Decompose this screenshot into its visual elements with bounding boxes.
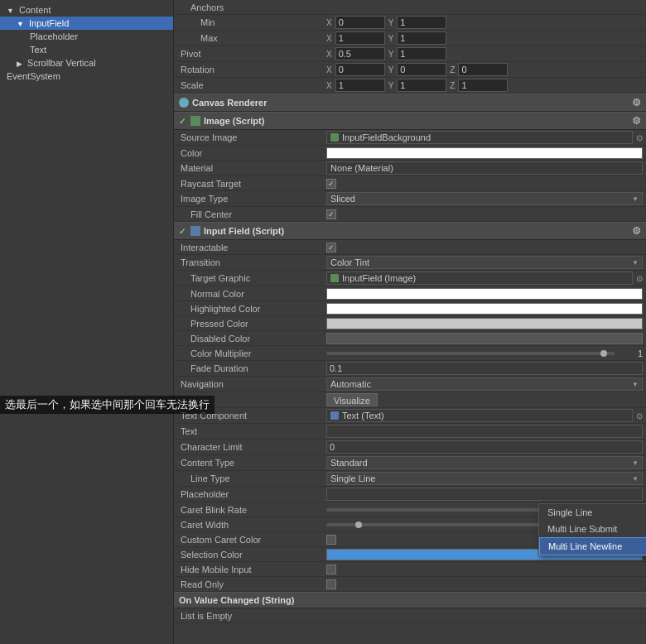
image-script-icon bbox=[190, 116, 200, 126]
text-label: Text bbox=[177, 426, 326, 436]
option-multi-line-newline[interactable]: Multi Line Newline bbox=[539, 537, 646, 555]
custom-caret-checkbox[interactable] bbox=[326, 535, 336, 545]
max-y-input[interactable] bbox=[397, 31, 446, 45]
scale-z-input[interactable] bbox=[458, 79, 508, 92]
hide-mobile-row: Hide Mobile Input bbox=[174, 562, 646, 577]
interactable-checkbox[interactable] bbox=[326, 243, 336, 252]
pivot-x-input[interactable] bbox=[335, 47, 385, 60]
target-graphic-ref[interactable]: InputField (Image) bbox=[326, 272, 633, 285]
target-graphic-text: InputField (Image) bbox=[342, 273, 416, 283]
gear-icon-2[interactable]: ⚙ bbox=[632, 115, 641, 127]
locate-icon[interactable]: ⊙ bbox=[636, 133, 643, 142]
option-single-line[interactable]: Single Line bbox=[539, 504, 646, 521]
text-component-value: Text (Text) ⊙ bbox=[326, 409, 643, 422]
interactable-row: Interactable bbox=[174, 240, 646, 255]
image-script-label: Image (Script) bbox=[204, 116, 264, 126]
line-type-value: Single Line bbox=[326, 472, 643, 485]
text-input[interactable] bbox=[326, 425, 643, 438]
tree-item-scrollbar[interactable]: ▶ Scrollbar Vertical bbox=[0, 56, 173, 70]
disabled-color-value[interactable] bbox=[326, 333, 643, 344]
caret-blink-label: Caret Blink Rate bbox=[177, 505, 326, 515]
disabled-color-swatch[interactable] bbox=[326, 333, 643, 344]
image-type-row: Image Type Sliced bbox=[174, 191, 646, 207]
tree-item-placeholder[interactable]: Placeholder bbox=[0, 30, 173, 43]
pressed-color-swatch[interactable] bbox=[326, 318, 643, 329]
fill-center-checkbox[interactable] bbox=[326, 209, 336, 219]
pressed-color-value[interactable] bbox=[326, 318, 643, 329]
fade-duration-input[interactable] bbox=[326, 362, 643, 375]
navigation-row: Navigation Automatic bbox=[174, 377, 646, 392]
anchors-min-row: Min X Y bbox=[174, 15, 646, 31]
transition-dropdown[interactable]: Color Tint bbox=[326, 256, 643, 269]
locate-icon-3[interactable]: ⊙ bbox=[636, 411, 643, 421]
gear-icon[interactable]: ⚙ bbox=[632, 97, 641, 108]
custom-caret-color-label: Custom Caret Color bbox=[177, 535, 326, 545]
option-multi-line-submit[interactable]: Multi Line Submit bbox=[539, 521, 646, 537]
y-label: Y bbox=[388, 18, 394, 27]
min-y-input[interactable] bbox=[397, 16, 446, 29]
raycast-checkbox[interactable] bbox=[326, 179, 336, 189]
color-multiplier-row: Color Multiplier 1 bbox=[174, 346, 646, 361]
content-type-dropdown[interactable]: Standard bbox=[326, 456, 643, 469]
tree-label: InputField bbox=[29, 18, 69, 28]
highlighted-color-value[interactable] bbox=[326, 303, 643, 315]
scale-x-input[interactable] bbox=[335, 79, 385, 92]
highlighted-color-swatch[interactable] bbox=[326, 303, 643, 315]
checkbox-icon[interactable]: ✓ bbox=[179, 117, 186, 126]
z-label: Z bbox=[450, 81, 455, 90]
char-limit-input[interactable] bbox=[326, 440, 643, 454]
rot-x-input[interactable] bbox=[335, 63, 385, 76]
normal-color-swatch[interactable] bbox=[326, 288, 643, 300]
text-component-text: Text (Text) bbox=[342, 411, 384, 421]
visualize-button[interactable]: Visualize bbox=[326, 393, 378, 406]
hide-mobile-checkbox[interactable] bbox=[326, 565, 336, 574]
scale-coords: X Y Z bbox=[326, 79, 643, 92]
tree-item-inputfield[interactable]: ▼ InputField bbox=[0, 17, 173, 30]
highlighted-color-row: Highlighted Color bbox=[174, 301, 646, 316]
placeholder-ref[interactable] bbox=[326, 488, 643, 501]
color-value[interactable] bbox=[326, 147, 643, 159]
placeholder-value bbox=[326, 488, 643, 501]
list-is-empty-row: List is Empty bbox=[174, 608, 646, 623]
locate-icon-2[interactable]: ⊙ bbox=[636, 274, 643, 283]
target-graphic-icon bbox=[330, 274, 339, 282]
image-type-dropdown[interactable]: Sliced bbox=[326, 192, 643, 205]
source-image-ref[interactable]: InputFieldBackground bbox=[326, 131, 633, 144]
color-swatch[interactable] bbox=[326, 147, 643, 159]
raycast-value bbox=[326, 179, 643, 189]
left-panel: ▼ Content ▼ InputField Placeholder Text … bbox=[0, 0, 174, 644]
scale-y-input[interactable] bbox=[397, 79, 446, 92]
placeholder-label: Placeholder bbox=[177, 489, 326, 499]
pivot-y-input[interactable] bbox=[397, 47, 446, 60]
pivot-coords: X Y bbox=[326, 47, 643, 60]
content-type-text: Standard bbox=[330, 458, 368, 468]
rot-y-input[interactable] bbox=[397, 63, 446, 76]
max-x-input[interactable] bbox=[335, 31, 385, 45]
transition-value: Color Tint bbox=[326, 256, 643, 269]
pivot-label: Pivot bbox=[177, 49, 326, 59]
text-component-ref[interactable]: Text (Text) bbox=[326, 409, 633, 422]
transition-text: Color Tint bbox=[330, 257, 369, 267]
color-multiplier-slider[interactable] bbox=[326, 352, 615, 355]
line-type-dropdown[interactable]: Single Line bbox=[326, 472, 643, 485]
normal-color-value[interactable] bbox=[326, 288, 643, 300]
text-icon bbox=[330, 411, 339, 420]
material-ref[interactable]: None (Material) bbox=[326, 161, 643, 175]
rot-z-input[interactable] bbox=[458, 63, 508, 76]
tree-item-content[interactable]: ▼ Content bbox=[0, 3, 173, 17]
line-type-row: Line Type Single Line bbox=[174, 471, 646, 487]
gear-icon-3[interactable]: ⚙ bbox=[632, 225, 641, 237]
tree-item-text[interactable]: Text bbox=[0, 43, 173, 56]
checkbox-icon-2[interactable]: ✓ bbox=[179, 227, 186, 236]
tree-label: EventSystem bbox=[7, 71, 60, 81]
min-x-input[interactable] bbox=[335, 16, 385, 29]
navigation-dropdown[interactable]: Automatic bbox=[326, 377, 643, 391]
tree-item-eventsystem[interactable]: EventSystem bbox=[0, 70, 173, 83]
inputfield-label: Input Field (Script) bbox=[204, 226, 284, 236]
arrow-icon: ▼ bbox=[7, 7, 14, 15]
text-component-row: Text Component Text (Text) ⊙ bbox=[174, 408, 646, 424]
hide-mobile-value bbox=[326, 565, 643, 574]
read-only-checkbox[interactable] bbox=[326, 579, 336, 589]
visualize-value: Visualize bbox=[326, 393, 643, 406]
material-label: Material bbox=[177, 163, 326, 173]
